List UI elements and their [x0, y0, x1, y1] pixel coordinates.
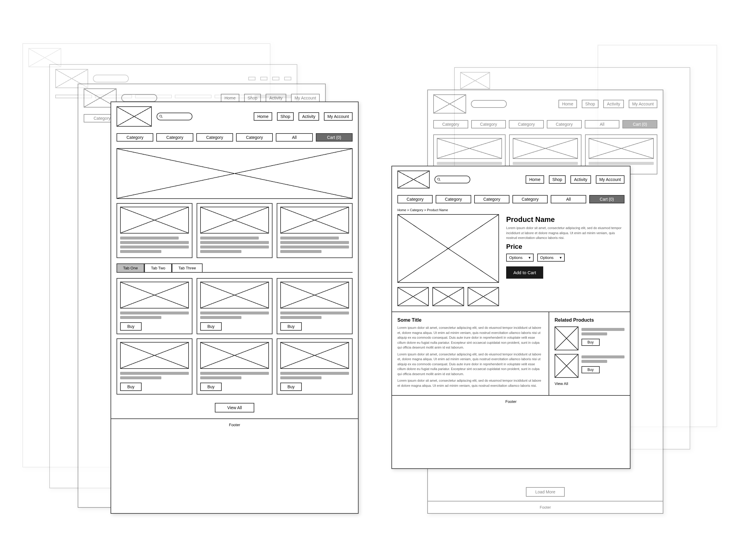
search-input[interactable] [93, 75, 129, 82]
product-card: Buy [277, 338, 353, 395]
tab-one[interactable]: Tab One [117, 263, 144, 272]
body-paragraph: Lorem ipsum dolor sit amet, consectetur … [397, 352, 543, 377]
product-card: Buy [197, 278, 273, 334]
search-icon [159, 114, 163, 118]
logo-placeholder [397, 170, 430, 188]
nav-home[interactable]: Home [525, 175, 544, 184]
text-line [200, 237, 259, 240]
option-select[interactable]: Options [537, 254, 565, 262]
text-line [200, 316, 241, 319]
nav-activity[interactable]: Activity [570, 175, 591, 184]
breadcrumb[interactable]: Home > Category > Product Name [392, 206, 630, 214]
card-image-placeholder [120, 207, 189, 234]
text-line [120, 316, 161, 319]
header: Home Shop Activity My Account [111, 102, 358, 131]
related-image-placeholder [555, 326, 578, 350]
logo-placeholder [117, 106, 152, 127]
search-input[interactable] [434, 176, 470, 183]
footer: Footer [392, 395, 630, 407]
search-input[interactable] [121, 94, 157, 102]
nav-shop[interactable]: Shop [549, 175, 566, 184]
category-btn[interactable]: Category [436, 195, 471, 204]
buy-button[interactable]: Buy [200, 382, 222, 391]
text-line [120, 245, 189, 248]
search-input[interactable] [157, 113, 192, 121]
text-line [280, 237, 339, 240]
nav-account[interactable]: My Account [596, 175, 624, 184]
tab-three[interactable]: Tab Three [172, 263, 202, 272]
product-thumb-placeholder[interactable] [432, 287, 464, 306]
option-select[interactable]: Options [506, 254, 534, 262]
tab-two[interactable]: Tab Two [144, 263, 172, 272]
footer: Footer [111, 419, 358, 431]
cart-btn[interactable]: Cart (0) [316, 133, 353, 141]
buy-button[interactable]: Buy [280, 322, 302, 330]
product-thumb-placeholder[interactable] [397, 287, 429, 306]
text-line [120, 376, 161, 379]
card-image-placeholder [280, 207, 349, 234]
text-line [582, 332, 607, 336]
text-line [280, 372, 349, 375]
text-line [120, 241, 189, 244]
add-to-cart-button[interactable]: Add to Cart [506, 266, 543, 279]
buy-button[interactable]: Buy [280, 382, 302, 391]
feature-card [117, 203, 192, 258]
product-image-placeholder [280, 342, 349, 369]
text-line [120, 372, 189, 375]
text-line [280, 376, 321, 379]
product-main-image-placeholder [397, 214, 499, 283]
nav-home[interactable]: Home [254, 112, 272, 121]
related-title: Related Products [555, 318, 624, 323]
text-line [200, 376, 241, 379]
category-btn[interactable]: Category [474, 195, 510, 204]
buy-button[interactable]: Buy [120, 382, 141, 391]
product-image-placeholder [280, 282, 349, 309]
buy-button[interactable]: Buy [582, 366, 600, 373]
text-line [120, 312, 189, 315]
related-image-placeholder [555, 354, 578, 378]
text-line [280, 316, 321, 319]
product-image-placeholder [120, 282, 189, 309]
category-btn[interactable]: Category [117, 133, 153, 141]
svg-line-1 [162, 117, 162, 118]
body-paragraph: Lorem ipsum dolor sit amet, consectetur … [397, 325, 543, 350]
product-title: Product Name [506, 215, 624, 224]
category-btn[interactable]: Category [397, 195, 433, 204]
product-card: Buy [197, 338, 273, 395]
nav-account[interactable]: My Account [324, 112, 353, 121]
card-image-placeholder [200, 207, 269, 234]
category-all-btn[interactable]: All [276, 133, 313, 141]
text-line [120, 250, 161, 253]
cart-btn[interactable]: Cart (0) [589, 195, 624, 204]
category-btn[interactable]: Category [512, 195, 548, 204]
product-thumb-placeholder[interactable] [468, 287, 499, 306]
product-wireframe: Home Shop Activity My Account Category C… [391, 166, 630, 469]
category-bar: Category Category Category Category All … [392, 193, 630, 206]
buy-button[interactable]: Buy [200, 322, 222, 330]
product-image-placeholder [200, 342, 269, 369]
category-btn[interactable]: Category [236, 133, 273, 141]
load-more-button[interactable]: Load More [526, 487, 565, 497]
nav-activity[interactable]: Activity [299, 112, 319, 121]
buy-button[interactable]: Buy [582, 339, 600, 346]
section-title: Some Title [397, 318, 543, 323]
view-all-button[interactable]: View All [215, 403, 255, 412]
text-line [200, 250, 241, 253]
view-all-link[interactable]: View All [555, 381, 624, 386]
text-line [200, 372, 269, 375]
buy-button[interactable]: Buy [120, 322, 141, 330]
nav-shop[interactable]: Shop [277, 112, 294, 121]
search-input[interactable] [471, 100, 507, 108]
category-btn[interactable]: Category [196, 133, 233, 141]
category-all-btn[interactable]: All [551, 195, 586, 204]
feature-card [197, 203, 273, 258]
body-paragraph: Lorem ipsum dolor sit amet, consectetur … [397, 378, 543, 388]
text-line [200, 245, 269, 248]
product-image-placeholder [120, 342, 189, 369]
text-line [280, 245, 349, 248]
product-description: Lorem ipsum dolor sit amet, consectetur … [506, 225, 624, 240]
category-btn[interactable]: Category [156, 133, 193, 141]
text-line [280, 241, 349, 244]
text-line [200, 312, 269, 315]
search-icon [437, 178, 441, 182]
